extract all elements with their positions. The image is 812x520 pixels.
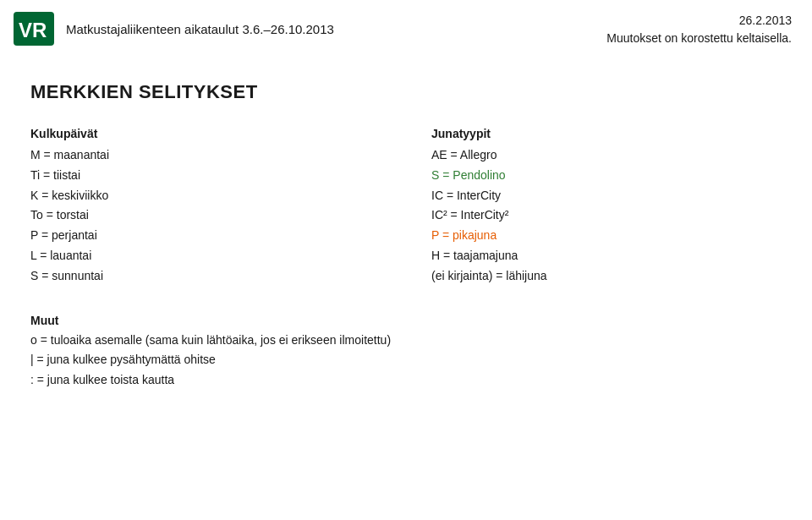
muut-heading: Muut	[30, 314, 782, 327]
muut-section: Muut o = tuloaika asemalle (sama kuin lä…	[30, 314, 782, 391]
travel-days-heading: Kulkupäivät	[30, 127, 381, 140]
travel-day-m: M = maanantai	[30, 145, 381, 166]
vr-logo: VR	[14, 12, 54, 46]
muut-item-colon: : = juna kulkee toista kautta	[30, 370, 782, 391]
travel-day-k: K = keskiviikko	[30, 186, 381, 206]
header-left: VR Matkustajaliikenteen aikataulut 3.6.–…	[14, 12, 334, 46]
travel-day-s: S = sunnuntai	[30, 266, 381, 287]
header-date: 26.2.2013	[606, 12, 792, 30]
train-type-s: S = Pendolino	[431, 166, 782, 186]
header-right: 26.2.2013 Muutokset on korostettu keltai…	[606, 12, 792, 47]
section-title: MERKKIEN SELITYKSET	[30, 81, 782, 103]
header-title: Matkustajaliikenteen aikataulut 3.6.–26.…	[66, 22, 334, 36]
header-subtitle: Muutokset on korostettu keltaisella.	[606, 30, 792, 47]
svg-text:VR: VR	[19, 19, 47, 41]
train-type-none: (ei kirjainta) = lähijuna	[431, 266, 782, 287]
muut-item-pipe: | = juna kulkee pysähtymättä ohitse	[30, 350, 782, 370]
train-types-heading: Junatyypit	[431, 127, 782, 140]
train-type-ae: AE = Allegro	[431, 145, 782, 166]
train-type-ic2: IC² = InterCity²	[431, 205, 782, 226]
train-type-p: P = pikajuna	[431, 226, 782, 246]
page-header: VR Matkustajaliikenteen aikataulut 3.6.–…	[0, 0, 812, 56]
travel-day-l: L = lauantai	[30, 246, 381, 266]
travel-day-p: P = perjantai	[30, 226, 381, 246]
legend-grid: Kulkupäivät M = maanantai Ti = tiistai K…	[30, 127, 782, 287]
legend-right-column: Junatyypit AE = Allegro S = Pendolino IC…	[431, 127, 782, 287]
train-type-h: H = taajamajuna	[431, 246, 782, 266]
travel-day-ti: Ti = tiistai	[30, 166, 381, 186]
main-content: MERKKIEN SELITYKSET Kulkupäivät M = maan…	[0, 56, 812, 408]
legend-left-column: Kulkupäivät M = maanantai Ti = tiistai K…	[30, 127, 381, 287]
train-type-ic: IC = InterCity	[431, 186, 782, 206]
travel-day-to: To = torstai	[30, 205, 381, 226]
muut-item-o: o = tuloaika asemalle (sama kuin lähtöai…	[30, 331, 782, 351]
